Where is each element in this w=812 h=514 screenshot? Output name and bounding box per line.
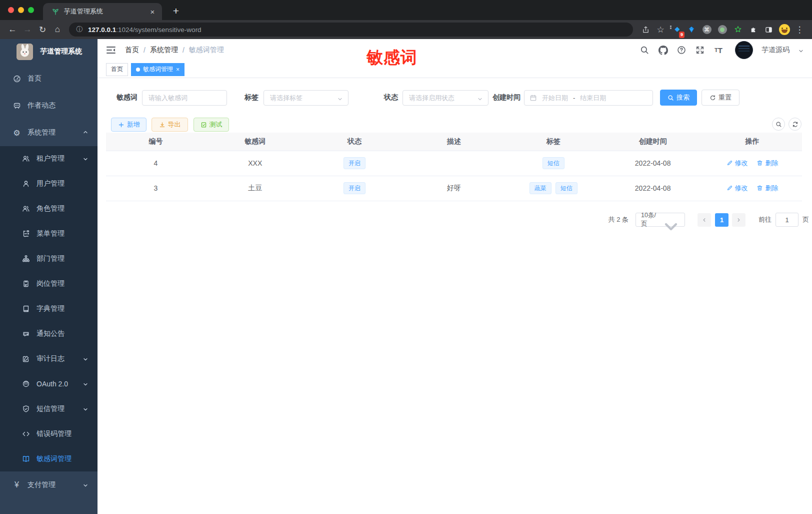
status-select[interactable]: 请选择启用状态 [402,90,488,106]
tag-sensitive-word[interactable]: 敏感词管理 × [131,63,184,76]
address-bar[interactable]: ⓘ 127.0.0.1:1024/system/sensitive-word [69,23,633,37]
page-size-select[interactable]: 10条/页 [636,213,685,227]
search-icon[interactable] [640,45,650,55]
chevron-down-icon [477,95,483,101]
sidebar-item-label: OAuth 2.0 [36,380,76,388]
close-window-button[interactable] [8,7,14,13]
breadcrumb-home[interactable]: 首页 [125,46,139,55]
command-glyph: ⌘ [702,25,712,34]
delete-link[interactable]: 删除 [756,184,778,193]
sidebar-item-dict[interactable]: 字典管理 [0,296,98,321]
breadcrumb: 首页 / 系统管理 / 敏感词管理 [125,46,224,55]
extension-command-icon[interactable]: ⌘ [699,22,714,37]
sidebar-item-notice[interactable]: 通知公告 [0,321,98,346]
page-number-button[interactable]: 1 [715,213,728,227]
extension-gem-icon[interactable] [684,22,699,37]
sidebar-item-payment[interactable]: ¥ 支付管理 [0,471,98,498]
back-icon[interactable]: ← [5,22,20,37]
site-info-icon[interactable]: ⓘ [74,24,85,35]
browser-menu-icon[interactable]: ⋮ [792,22,807,37]
tab-title: 芋道管理系统 [64,7,144,16]
extension-green-star-icon[interactable] [730,22,746,37]
edit-link[interactable]: 修改 [726,159,748,168]
url-host: 127.0.0.1 [88,26,116,34]
split-view-icon[interactable] [761,22,776,37]
sidebar-logo[interactable]: 芋道管理系统 [0,39,98,64]
robot-face-icon [22,380,30,388]
sidebar-item-menu-mgmt[interactable]: 菜单管理 [0,221,98,246]
breadcrumb-system[interactable]: 系统管理 [150,46,178,55]
sidebar-item-home[interactable]: 首页 [0,65,98,92]
new-tab-button[interactable]: + [169,4,183,18]
tag-badge: 短信 [542,157,564,169]
status-badge: 开启 [344,182,366,194]
sidebar-item-user[interactable]: 用户管理 [0,171,98,196]
users-icon [22,205,30,213]
search-button[interactable]: 搜索 [660,90,697,106]
share-icon[interactable] [638,22,653,37]
refresh-icon [710,95,716,101]
trash-icon [756,185,763,191]
browser-tab[interactable]: 芋道管理系统 × [43,3,162,20]
sidebar-submenu-system: 租户管理 用户管理 角色管理 菜单管理 [0,146,98,471]
sidebar-item-sensitive-word[interactable]: 敏感词管理 [0,446,98,471]
open-book-icon [22,455,30,463]
sidebar-item-errcode[interactable]: 错误码管理 [0,421,98,446]
edit-link[interactable]: 修改 [726,184,748,193]
delete-link[interactable]: 删除 [756,159,778,168]
cell-created: 2022-04-08 [603,151,702,176]
sidebar-item-tenant[interactable]: 租户管理 [0,146,98,171]
minimize-window-button[interactable] [18,7,24,13]
add-button[interactable]: 新增 [111,118,146,132]
time-label: 创建时间 [492,93,520,102]
export-button[interactable]: 导出 [152,118,188,132]
github-icon[interactable] [658,45,668,55]
sidebar-item-audit-log[interactable]: 审计日志 [0,346,98,371]
prev-page-button[interactable] [698,213,711,227]
font-size-icon[interactable]: TT [714,45,724,55]
tag-close-icon[interactable]: × [176,66,180,73]
user-avatar[interactable] [735,41,753,59]
sidebar-item-role[interactable]: 角色管理 [0,196,98,221]
forward-icon[interactable]: → [20,22,35,37]
users-icon [22,155,30,163]
word-input[interactable] [142,90,227,106]
page-size-value: 10条/页 [641,211,661,228]
trash-icon [756,160,763,166]
profile-avatar-icon[interactable] [776,22,792,37]
next-page-button[interactable] [732,213,746,227]
extension-grid-diamond-icon[interactable]: ◆ 9 [668,22,684,37]
table-row: 3 土豆 开启 好呀 蔬菜短信 2022-04-08 修改 删除 [106,176,802,201]
export-button-label: 导出 [168,120,181,129]
fullscreen-icon[interactable] [695,45,705,55]
cell-status: 开启 [305,176,404,201]
sidebar-item-dept[interactable]: 部门管理 [0,246,98,271]
table-refresh-button[interactable] [788,118,802,131]
date-range-picker[interactable]: 开始日期 - 结束日期 [524,90,653,106]
extension-record-icon[interactable] [714,22,730,37]
test-button[interactable]: 测试 [194,118,229,132]
home-icon[interactable]: ⌂ [50,22,65,37]
tag-home[interactable]: 首页 [106,63,128,76]
bookmark-star-icon[interactable]: ☆ [653,22,668,37]
table-search-toggle-button[interactable] [772,118,785,131]
maximize-window-button[interactable] [28,7,34,13]
col-id: 编号 [106,133,206,151]
reload-icon[interactable]: ↻ [35,22,50,37]
sidebar-item-post[interactable]: 岗位管理 [0,271,98,296]
sidebar-item-oauth[interactable]: OAuth 2.0 [0,371,98,396]
sidebar-item-author-news[interactable]: 作者动态 [0,92,98,119]
extensions-puzzle-icon[interactable] [746,22,761,37]
user-name[interactable]: 芋道源码 [762,46,790,55]
tag-select[interactable]: 请选择标签 [264,90,348,106]
status-placeholder: 请选择启用状态 [409,94,477,103]
goto-page-input[interactable] [776,213,798,227]
sidebar-item-sms[interactable]: 短信管理 [0,396,98,421]
reset-button[interactable]: 重置 [702,90,740,106]
sidebar-item-system[interactable]: ⚙ 系统管理 [0,119,98,146]
collapse-sidebar-icon[interactable] [106,45,116,56]
tab-close-icon[interactable]: × [148,7,157,16]
window-controls [0,0,43,20]
active-dot [136,68,140,72]
help-icon[interactable] [676,45,686,55]
